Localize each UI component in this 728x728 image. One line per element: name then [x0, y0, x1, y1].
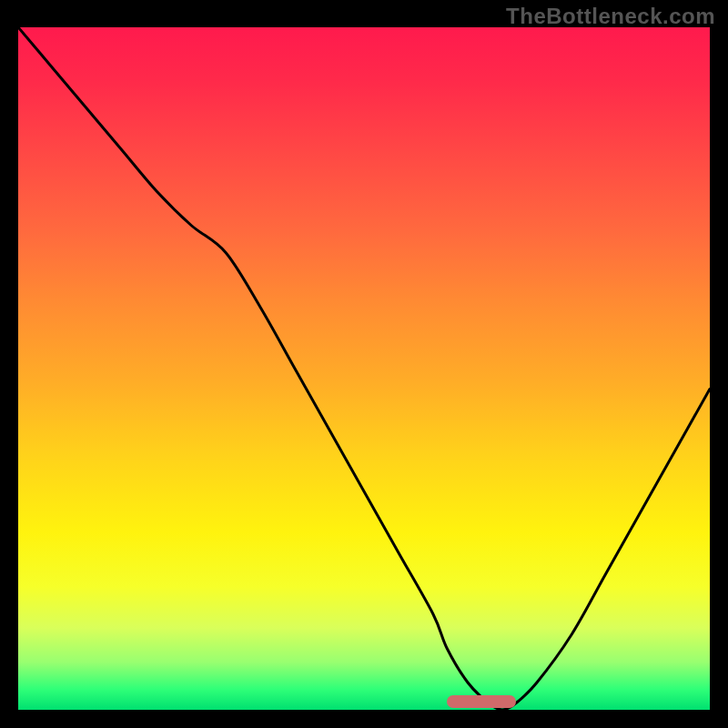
optimal-range-marker — [447, 695, 516, 708]
chart-container: TheBottleneck.com — [0, 0, 728, 728]
watermark-text: TheBottleneck.com — [506, 4, 715, 29]
plot-area — [18, 27, 710, 710]
bottleneck-curve — [18, 27, 710, 710]
curve-path — [18, 27, 710, 710]
